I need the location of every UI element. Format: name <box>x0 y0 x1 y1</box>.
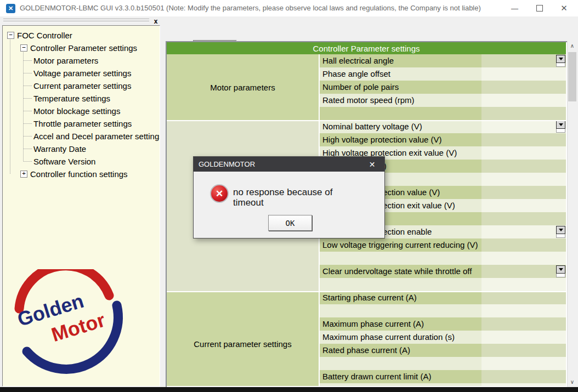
expand-icon[interactable]: + <box>20 171 27 178</box>
param-value-field[interactable] <box>481 120 566 133</box>
chevron-down-icon <box>556 226 565 234</box>
param-label: Clear undervoltage state while throttle … <box>320 265 481 278</box>
param-value-field[interactable] <box>481 278 566 291</box>
value-dropdown-button[interactable] <box>556 121 565 133</box>
param-value-field[interactable] <box>481 146 566 160</box>
tree-branch-line <box>24 135 32 137</box>
scrollbar-thumb[interactable] <box>568 52 576 101</box>
param-label: Nominal battery voltage (V) <box>320 120 481 133</box>
section-label-motor-parameters: Motor parameters <box>167 54 319 120</box>
param-value-field[interactable] <box>481 199 566 212</box>
param-value-field[interactable] <box>481 212 566 225</box>
tree-item-motor-blockage-settings[interactable]: Motor blockage settings <box>24 105 120 117</box>
tree-item-label: Software Version <box>33 157 95 166</box>
tree-item-label: Temperature settings <box>33 94 110 103</box>
golden-motor-logo: Golden Motor <box>14 269 126 384</box>
tree-item-temperature-settings[interactable]: Temperature settings <box>24 92 110 104</box>
ok-button[interactable]: OK <box>268 215 312 231</box>
tree-item-controller-parameter-settings[interactable]: −Controller Parameter settings <box>20 42 137 54</box>
param-value-field[interactable] <box>481 107 566 120</box>
param-value-field[interactable] <box>481 225 566 238</box>
tree-item-voltage-parameter-settings[interactable]: Voltage parameter settings <box>24 67 131 79</box>
tree-connector-line <box>10 38 11 174</box>
error-icon: ✕ <box>210 184 229 203</box>
param-value-field[interactable] <box>481 67 566 81</box>
param-value-field[interactable] <box>481 265 566 278</box>
tree-item-controller-function-settings[interactable]: +Controller function settings <box>20 168 128 180</box>
value-dropdown-button[interactable] <box>556 226 565 238</box>
dropdown-field <box>556 234 565 238</box>
value-dropdown-button[interactable] <box>556 265 565 277</box>
param-value-field[interactable] <box>481 160 566 173</box>
error-dialog: GOLDENMOTOR ✕ ✕ no response because of t… <box>193 156 385 238</box>
chevron-down-icon <box>556 121 565 129</box>
param-label: Hall electrical angle <box>320 54 481 67</box>
app-icon: ✕ <box>6 4 15 13</box>
vertical-scrollbar[interactable]: ∧ ∨ <box>567 41 577 387</box>
tree-item-label: Voltage parameter settings <box>33 69 131 78</box>
dialog-close-icon[interactable]: ✕ <box>360 157 384 172</box>
app-window: ✕ GOLDENMOTOR-LBMC GUI v3.3.0.b150501 (N… <box>0 0 578 392</box>
param-value-field[interactable] <box>481 370 566 383</box>
tree-branch-line <box>24 72 32 73</box>
value-dropdown-button[interactable] <box>556 55 565 67</box>
param-spacer-row <box>320 357 481 370</box>
collapse-icon[interactable]: − <box>20 44 27 52</box>
tree-item-motor-parameters[interactable]: Motor parameters <box>24 54 98 66</box>
param-label: High voltage protection value (V) <box>320 133 481 146</box>
param-value-field[interactable] <box>481 344 566 357</box>
param-value-field[interactable] <box>481 54 566 67</box>
scroll-down-icon[interactable]: ∨ <box>568 378 577 386</box>
dock-gripper[interactable] <box>3 19 149 23</box>
param-value-field[interactable] <box>481 81 566 94</box>
chevron-down-icon <box>556 55 565 63</box>
tree-item-label: Accel and Decel parameter settings <box>33 132 160 141</box>
dropdown-field <box>556 63 565 67</box>
section-label-current-parameter-settings: Current parameter settings <box>167 291 319 386</box>
window-title: GOLDENMOTOR-LBMC GUI v3.3.0.b150501 (Not… <box>20 4 481 12</box>
tree-item-label: Motor blockage settings <box>33 106 120 116</box>
tree-item-current-parameter-settings[interactable]: Current parameter settings <box>24 79 131 92</box>
maximize-button[interactable] <box>527 0 552 16</box>
param-value-field[interactable] <box>481 317 566 331</box>
dialog-message: no response because of timeout <box>233 187 359 206</box>
param-value-field[interactable] <box>481 173 566 186</box>
param-value-field[interactable] <box>481 133 566 146</box>
scroll-up-icon[interactable]: ∧ <box>568 42 577 50</box>
param-spacer-row <box>320 383 481 386</box>
param-value-field[interactable] <box>481 383 566 386</box>
param-spacer-row <box>320 304 481 317</box>
param-value-field[interactable] <box>481 186 566 199</box>
tree-branch-line <box>24 98 32 99</box>
panel-header: Controller Parameter settings <box>167 42 566 54</box>
param-label: Maximum phase current (A) <box>320 317 481 331</box>
param-value-field[interactable] <box>481 357 566 370</box>
tree-item-label: FOC Controller <box>17 31 72 40</box>
param-value-field[interactable] <box>481 94 566 107</box>
tree-item-throttle-parameter-settings[interactable]: Throttle parameter settings <box>24 117 132 129</box>
tree-item-software-version[interactable]: Software Version <box>24 155 95 167</box>
param-label: Rated phase current (A) <box>320 344 481 357</box>
param-value-field[interactable] <box>481 291 566 304</box>
tree-item-label: Controller function settings <box>30 169 128 179</box>
param-spacer-row <box>320 252 481 265</box>
tree-branch-line <box>24 60 32 61</box>
tree-item-label: Warranty Date <box>33 144 86 154</box>
close-button[interactable]: ✕ <box>552 0 576 16</box>
param-label: Battery drawn current limit (A) <box>320 370 481 383</box>
param-value-field[interactable] <box>481 238 566 252</box>
tree-item-label: Current parameter settings <box>33 81 131 90</box>
tree-item-foc-controller[interactable]: −FOC Controller <box>7 29 72 41</box>
tree-item-label: Controller Parameter settings <box>30 43 137 53</box>
column-separator <box>319 291 320 386</box>
collapse-icon[interactable]: − <box>7 32 14 39</box>
param-value-field[interactable] <box>481 331 566 344</box>
tree-item-warranty-date[interactable]: Warranty Date <box>24 143 86 155</box>
param-value-field[interactable] <box>481 252 566 265</box>
tree-item-accel-and-decel-parameter-settings[interactable]: Accel and Decel parameter settings <box>24 130 160 142</box>
param-label: Maximum phase current duration (s) <box>320 331 481 344</box>
minimize-button[interactable]: — <box>502 0 527 16</box>
dock-close-icon[interactable]: x <box>151 17 160 26</box>
navigation-tree: −FOC Controller−Controller Parameter set… <box>2 25 160 387</box>
param-value-field[interactable] <box>481 304 566 317</box>
